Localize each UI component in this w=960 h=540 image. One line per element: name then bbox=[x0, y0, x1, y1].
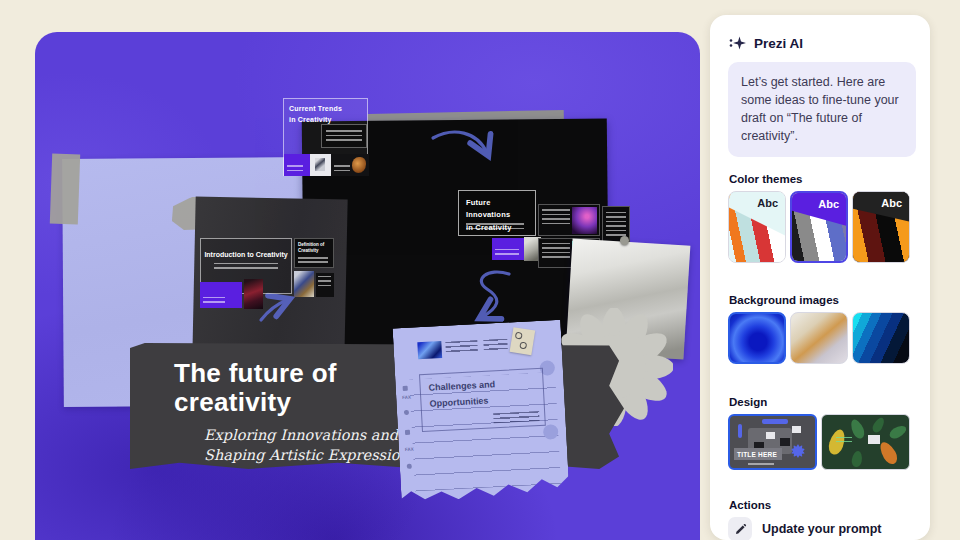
theme-purple-selected[interactable]: Abc bbox=[790, 191, 848, 263]
slide-title: Current Trends in Creativity bbox=[289, 103, 342, 125]
background-blue-flower[interactable] bbox=[728, 312, 786, 364]
mini-slide[interactable] bbox=[538, 204, 600, 236]
update-prompt-label: Update your prompt bbox=[762, 522, 881, 536]
slide-text-block bbox=[321, 124, 367, 148]
design-label: Design bbox=[729, 396, 767, 408]
pencil-icon bbox=[728, 517, 752, 540]
fax-label: FAX bbox=[405, 447, 414, 452]
text-lines bbox=[483, 339, 508, 353]
slide-future-innovations[interactable]: Future Innovations in Creativity bbox=[458, 190, 536, 236]
slide-definition[interactable]: Definition of Creativity bbox=[294, 238, 334, 268]
design-green-leaves[interactable] bbox=[821, 414, 910, 470]
mini-slide[interactable] bbox=[200, 282, 242, 308]
design-dark-collage[interactable]: TITLE HERE bbox=[728, 414, 817, 470]
sparkle-icon bbox=[729, 35, 746, 52]
theme-dark[interactable]: Abc bbox=[852, 191, 910, 263]
fax-label: FAX bbox=[402, 395, 411, 400]
slide-thumbnails bbox=[284, 154, 369, 176]
mini-slide-photo[interactable] bbox=[294, 271, 314, 297]
slide-current-trends[interactable]: Current Trends in Creativity bbox=[283, 98, 368, 176]
panel-header: Prezi AI bbox=[729, 35, 803, 52]
mini-slide-image bbox=[417, 341, 442, 359]
theme-light[interactable]: Abc bbox=[728, 191, 786, 263]
theme-sample-text: Abc bbox=[818, 198, 839, 210]
mini-slide-photo[interactable] bbox=[244, 279, 263, 309]
design-row: TITLE HERE bbox=[728, 414, 910, 470]
margin-icon bbox=[405, 430, 410, 435]
mini-slide bbox=[284, 154, 310, 176]
slide-title: Introduction to Creativity bbox=[201, 251, 291, 258]
margin-icon bbox=[407, 464, 412, 469]
background-images-label: Background images bbox=[729, 294, 839, 306]
theme-sample-text: Abc bbox=[881, 197, 902, 209]
ai-message-bubble: Let’s get started. Here are some ideas t… bbox=[728, 62, 916, 157]
prezi-ai-panel: Prezi AI Let’s get started. Here are som… bbox=[710, 15, 930, 540]
color-themes-row: Abc Abc Abc bbox=[728, 191, 910, 263]
background-dark-geometric[interactable] bbox=[852, 312, 910, 364]
sticker bbox=[510, 327, 536, 355]
update-prompt-action[interactable]: Update your prompt bbox=[728, 517, 881, 540]
flower-shape-mini bbox=[791, 444, 805, 458]
tape-piece bbox=[50, 154, 80, 225]
mini-slide-photo bbox=[331, 154, 369, 176]
design-title-text: TITLE HERE bbox=[737, 451, 777, 458]
panel-title: Prezi AI bbox=[754, 36, 803, 51]
color-themes-label: Color themes bbox=[729, 173, 803, 185]
slide-title: Definition of Creativity bbox=[298, 242, 333, 255]
margin-icon bbox=[404, 410, 409, 415]
text-lines bbox=[445, 340, 478, 355]
background-beige-swirl[interactable] bbox=[790, 312, 848, 364]
background-images-row bbox=[728, 312, 910, 364]
margin-icon bbox=[403, 386, 408, 391]
presentation-canvas[interactable]: Current Trends in Creativity Introductio… bbox=[35, 32, 700, 540]
slide-challenges[interactable]: Challenges and Opportunities bbox=[419, 368, 546, 432]
notepad-paper[interactable]: Challenges and Opportunities FAX FAX bbox=[393, 320, 570, 503]
actions-label: Actions bbox=[729, 499, 771, 511]
theme-sample-text: Abc bbox=[757, 197, 778, 209]
mini-slide-image bbox=[572, 207, 597, 234]
mini-slide[interactable] bbox=[316, 273, 334, 297]
mini-slide-sketch bbox=[310, 154, 331, 176]
presentation-title: The future of creativity bbox=[174, 359, 374, 417]
photo-pin bbox=[620, 236, 629, 245]
